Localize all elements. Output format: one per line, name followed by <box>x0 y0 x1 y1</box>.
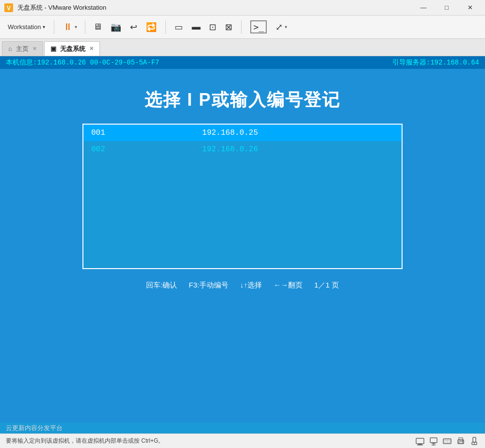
title-bar-controls: — □ ✕ <box>412 0 481 16</box>
view-single-icon: ▭ <box>175 22 183 32</box>
vm-info-bar: 本机信息:192.168.0.26 00-0C-29-05-5A-F7 引导服务… <box>0 56 485 69</box>
hint-page-num: 1／1 页 <box>314 281 339 290</box>
tab-vm[interactable]: ▣ 无盘系统 ✕ <box>44 41 100 56</box>
network-icon: 🔁 <box>146 22 157 32</box>
vm-controls-group: ⏸ ▾ 🖥 📷 ↩ 🔁 <box>59 19 161 34</box>
tab-home-close-icon[interactable]: ✕ <box>32 46 37 52</box>
status-message: 要将输入定向到该虚拟机，请在虚拟机内部单击或按 Ctrl+G。 <box>6 437 415 445</box>
status-icon-network[interactable] <box>442 436 452 446</box>
view-btn-3[interactable]: ⊡ <box>205 20 220 34</box>
item-id-1: 001 <box>91 128 105 137</box>
hint-select: ↓↑选择 <box>240 281 262 290</box>
svg-rect-6 <box>432 443 436 444</box>
vm-main: 选择 I P或输入编号登记 001 192.168.0.25 002 192.1… <box>0 69 485 423</box>
list-item[interactable]: 002 192.168.0.26 <box>83 141 402 158</box>
vm-hint-bar: 回车:确认 F3:手动编号 ↓↑选择 ←→翻页 1／1 页 <box>146 281 339 290</box>
expand-button[interactable]: ⤢ ▾ <box>272 20 291 34</box>
console-icon: >_ <box>250 20 267 33</box>
network-button[interactable]: 🔁 <box>142 20 161 34</box>
tab-vm-icon: ▣ <box>50 45 56 52</box>
view-split-icon: ▬ <box>192 22 200 32</box>
title-bar: V 无盘系统 - VMware Workstation — □ ✕ <box>0 0 485 16</box>
item-id-2: 002 <box>91 145 105 154</box>
title-bar-left: V 无盘系统 - VMware Workstation <box>4 3 106 13</box>
maximize-button[interactable]: □ <box>436 0 458 16</box>
vm-settings-button[interactable]: 🖥 <box>89 20 106 34</box>
revert-button[interactable]: ↩ <box>126 20 141 34</box>
selection-list[interactable]: 001 192.168.0.25 002 192.168.0.26 <box>82 124 403 269</box>
toolbar-separator-4 <box>241 20 242 34</box>
pause-dropdown-icon: ▾ <box>75 24 77 30</box>
hint-page: ←→翻页 <box>274 281 303 290</box>
view-btn-4[interactable]: ⊠ <box>221 20 236 34</box>
console-group: >_ ⤢ ▾ <box>246 18 291 35</box>
status-icon-2[interactable] <box>429 436 438 446</box>
vm-bottom-bar: 云更新内容分发平台 <box>0 423 485 433</box>
tab-vm-close-icon[interactable]: ✕ <box>89 46 94 52</box>
pause-button[interactable]: ⏸ ▾ <box>59 19 81 34</box>
tab-home[interactable]: ⌂ 主页 ✕ <box>2 41 43 56</box>
minimize-button[interactable]: — <box>412 0 435 16</box>
svg-text:V: V <box>7 5 11 12</box>
workstation-label: Workstation <box>8 23 41 31</box>
vm-page-title: 选择 I P或输入编号登记 <box>145 88 340 112</box>
svg-rect-3 <box>418 444 422 445</box>
host-info: 本机信息:192.168.0.26 00-0C-29-05-5A-F7 <box>6 58 159 67</box>
console-button[interactable]: >_ <box>246 18 271 35</box>
status-icon-usb[interactable] <box>469 436 479 446</box>
expand-dropdown-icon: ▾ <box>285 24 287 30</box>
list-item[interactable]: 001 192.168.0.25 <box>83 125 402 141</box>
hint-confirm: 回车:确认 <box>146 281 177 290</box>
view-btn-2[interactable]: ▬ <box>188 20 204 34</box>
view-group: ▭ ▬ ⊡ ⊠ <box>171 20 236 34</box>
close-button[interactable]: ✕ <box>459 0 481 16</box>
svg-rect-8 <box>432 445 436 446</box>
snapshot-icon: 📷 <box>111 22 121 32</box>
item-ip-2: 192.168.0.26 <box>202 145 258 154</box>
vmware-logo-icon: V <box>4 3 14 13</box>
view-stretch-icon: ⊠ <box>225 22 232 32</box>
expand-icon: ⤢ <box>275 22 283 32</box>
toolbar-separator-2 <box>85 20 85 34</box>
view-full-icon: ⊡ <box>209 22 216 32</box>
tab-vm-label: 无盘系统 <box>60 45 85 53</box>
svg-rect-4 <box>417 445 423 446</box>
svg-rect-2 <box>416 438 424 444</box>
vm-settings-icon: 🖥 <box>93 22 102 32</box>
dropdown-arrow-icon: ▾ <box>43 24 45 30</box>
svg-rect-15 <box>459 442 463 444</box>
status-bar: 要将输入定向到该虚拟机，请在虚拟机内部单击或按 Ctrl+G。 <box>0 433 485 448</box>
workstation-dropdown-button[interactable]: Workstation ▾ <box>4 21 49 32</box>
svg-rect-17 <box>473 437 476 442</box>
window-title: 无盘系统 - VMware Workstation <box>17 3 106 12</box>
tab-home-label: 主页 <box>16 45 29 53</box>
hint-manual: F3:手动编号 <box>189 281 228 290</box>
toolbar-separator-3 <box>165 20 166 34</box>
tabs-bar: ⌂ 主页 ✕ ▣ 无盘系统 ✕ <box>0 39 485 56</box>
pause-icon: ⏸ <box>63 21 73 32</box>
view-btn-1[interactable]: ▭ <box>171 20 187 34</box>
status-icon-1[interactable] <box>415 436 425 446</box>
snapshot-button[interactable]: 📷 <box>107 20 125 34</box>
vm-area: 本机信息:192.168.0.26 00-0C-29-05-5A-F7 引导服务… <box>0 56 485 433</box>
toolbar: Workstation ▾ ⏸ ▾ 🖥 📷 ↩ 🔁 ▭ ▬ <box>0 16 485 39</box>
svg-rect-5 <box>430 438 437 443</box>
revert-icon: ↩ <box>130 22 137 32</box>
status-icons <box>415 436 479 446</box>
vm-bottom-text: 云更新内容分发平台 <box>6 424 63 432</box>
status-icon-print[interactable] <box>456 436 466 446</box>
svg-rect-16 <box>462 440 463 441</box>
item-ip-1: 192.168.0.25 <box>202 128 258 137</box>
tab-home-icon: ⌂ <box>8 45 12 52</box>
server-info: 引导服务器:192.168.0.64 <box>392 58 479 67</box>
toolbar-separator-1 <box>54 20 54 34</box>
workstation-dropdown-group: Workstation ▾ <box>4 21 49 32</box>
